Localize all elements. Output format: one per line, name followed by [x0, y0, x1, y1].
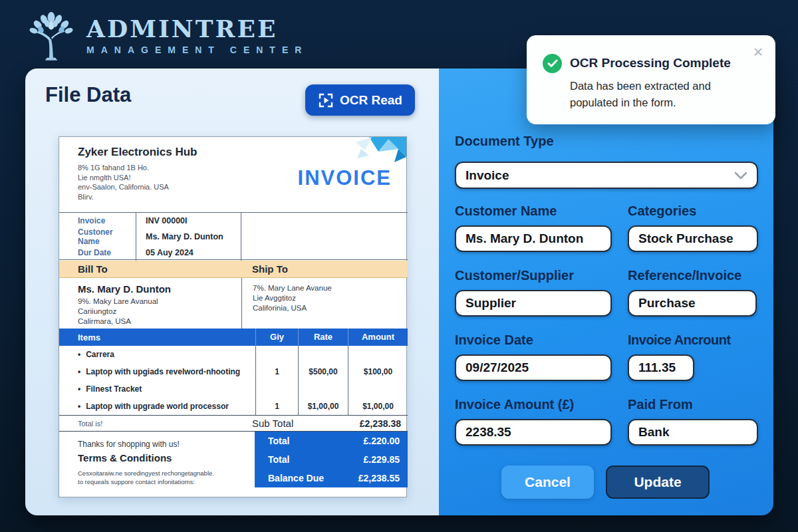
totals-box: Total £.220.00 Total £.229.85 Balance Du… [255, 432, 408, 487]
terms-text: Cesxoitaraiw.ne soredingyest rechongetag… [78, 469, 214, 486]
ocr-read-label: OCR Read [340, 93, 402, 108]
meta-label: Custoner Name [59, 227, 136, 246]
total-row: Total £.220.00 [255, 432, 408, 450]
table-row: Laptop with upgiads revelword-nhooting 1… [59, 363, 408, 380]
total-row: Total £.229.85 [255, 450, 408, 469]
subtotal-value: £2,238.38 [293, 418, 408, 429]
cancel-button[interactable]: Cancel [501, 466, 594, 499]
invoice-doc-title: INVOICE [298, 166, 392, 190]
subtotal-label: Sub Total [252, 418, 293, 429]
bill-to-header: Bill To [59, 263, 241, 275]
customer-supplier-field[interactable] [455, 290, 612, 317]
invoice-date-label: Invoice Date [455, 332, 533, 348]
app-header: ADMINTREE MANAGEMENT CENTER [25, 5, 308, 66]
invoice-amount2-field[interactable] [628, 354, 694, 381]
ocr-read-button[interactable]: OCR Read [305, 84, 415, 116]
chevron-down-icon [734, 172, 747, 180]
table-row: Filnest Tracket [59, 380, 408, 398]
reference-invoice-label: Reference/Invoice [628, 268, 741, 283]
subtotal-note: Total is! [59, 420, 252, 428]
reference-invoice-field[interactable] [628, 290, 757, 317]
invoice-amount-label: Invoice Amount (£) [455, 397, 574, 412]
meta-value: INV 00000I [136, 216, 188, 225]
subtotal-row: Total is! Sub Total £2,238.38 [59, 415, 408, 432]
paid-from-label: Paid From [628, 397, 693, 412]
toast-title: OCR Processing Complete [570, 56, 731, 70]
brand-name: ADMINTREE [86, 17, 308, 42]
thanks-note: Thanks for shopping with us! [78, 440, 180, 449]
customer-name-field[interactable] [455, 225, 612, 252]
close-icon[interactable]: ✕ [753, 45, 763, 60]
invoice-meta-table: Invoice INV 00000I Custoner Name Ms. Mar… [59, 212, 408, 260]
page-title: File Data [45, 83, 131, 107]
invoice-preview: Zyker Electronics Hub 8% 1G fahand 1B Ho… [59, 136, 407, 497]
invoice-amount2-label: Invoice Ancrount [628, 332, 731, 348]
billship-body: Ms. Mary D. Dunton 9%. Maky Lare Avanual… [59, 278, 408, 329]
success-check-icon [543, 54, 562, 73]
paid-from-field[interactable] [628, 419, 758, 446]
items-table-body: Carrera Laptop with upgiads revelword-nh… [59, 346, 408, 415]
items-table-header: Items Giy Rate Amount [59, 329, 408, 346]
ship-to-block: 7%. Mary Lane Avanue Lie Avggtitoz Calif… [241, 278, 408, 329]
ocr-complete-toast: OCR Processing Complete Data has been ex… [527, 35, 775, 124]
update-button[interactable]: Update [606, 466, 710, 499]
main-card: File Data OCR Read Zyker Electronics Hub… [25, 68, 773, 515]
meta-label: Invoice [59, 216, 136, 225]
meta-label: Dur Date [59, 248, 136, 257]
meta-value: Ms. Mary D. Dunton [136, 232, 223, 241]
table-row: Laptop with upgrade world processor 1 $1… [59, 398, 408, 415]
scan-icon [318, 92, 334, 108]
table-row: Carrera [59, 346, 408, 363]
terms-title: Terms & Conditions [78, 452, 172, 464]
invoice-date-field[interactable] [455, 354, 612, 381]
extracted-data-form: Document Type Invoice Customer Name Cate… [439, 68, 773, 515]
toast-message: Data has been extracted and populated in… [570, 78, 736, 111]
billship-header-band: Bill To Ship To [59, 261, 408, 278]
invoice-amount-field[interactable] [455, 419, 612, 446]
bill-to-block: Ms. Mary D. Dunton 9%. Maky Lare Avanual… [59, 278, 241, 329]
invoice-company-name: Zyker Electronics Hub [78, 146, 198, 159]
document-type-label: Document Type [455, 134, 554, 149]
document-type-select[interactable]: Invoice [455, 162, 758, 189]
corner-triangles-decoration [342, 137, 406, 169]
meta-value: 05 Auy 2024 [136, 248, 194, 257]
file-data-panel: File Data OCR Read Zyker Electronics Hub… [25, 68, 439, 515]
ship-to-header: Ship To [241, 263, 288, 275]
customer-supplier-label: Customer/Supplier [455, 268, 574, 283]
tree-logo-icon [25, 8, 77, 64]
categories-label: Categories [628, 203, 696, 219]
invoice-company-address: 8% 1G fahand 1B Ho. Lie nmglth USA! env-… [78, 163, 169, 201]
categories-field[interactable] [628, 225, 758, 252]
balance-due-row: Balance Due £2,238.55 [255, 469, 408, 487]
brand-subtitle: MANAGEMENT CENTER [86, 45, 308, 55]
document-type-value: Invoice [466, 168, 509, 183]
customer-name-label: Customer Name [455, 203, 557, 219]
